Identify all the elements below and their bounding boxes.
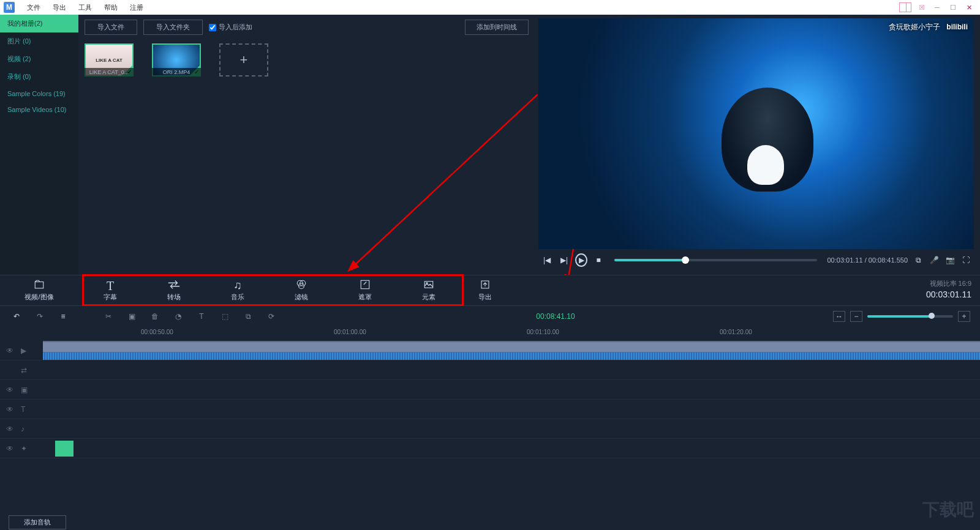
- tab-media[interactable]: 视频/图像: [0, 275, 78, 305]
- ruler-mark: 00:01:10.00: [527, 329, 559, 335]
- player-controls: |◀ ▶| ▶ ■ 00:03:01.11 / 00:08:41.550 ⧉ 🎤…: [538, 249, 974, 271]
- sidebar-item-videos[interactable]: 视频 (2): [0, 50, 78, 68]
- media-library: 导入文件 导入文件夹 导入后添加 添加到时间线 LIKE A CAT✓ LIKE…: [78, 15, 535, 275]
- visibility-icon[interactable]: 👁: [6, 425, 15, 433]
- add-after-import-label: 导入后添加: [219, 23, 252, 32]
- video-track-icon: ▶: [21, 346, 29, 355]
- maximize-button[interactable]: ☐: [946, 1, 960, 13]
- text-track-icon: T: [21, 405, 29, 414]
- import-folder-button[interactable]: 导入文件夹: [143, 20, 203, 35]
- zoom-in-button[interactable]: +: [958, 311, 970, 322]
- menubar: M 文件 导出 工具 帮助 注册 ☒ ─ ☐ ✕: [0, 0, 980, 15]
- playback-time: 00:03:01.11 / 00:08:41.550: [827, 256, 908, 264]
- transition-track-icon: ⇄: [21, 366, 29, 375]
- speed-icon[interactable]: ◔: [172, 310, 185, 323]
- timeline-tracks: 👁▶ ⇄ 👁▣ 👁T 👁♪ 👁✦: [0, 341, 980, 513]
- thumb-overlay: LIKE A CAT: [96, 58, 123, 63]
- visibility-icon[interactable]: 👁: [6, 386, 15, 394]
- timeline-panel: ↶ ↷ ≡ ✂ ▣ 🗑 ◔ T ⬚ ⧉ ⟳ 00:08:41.10 ↔ − + …: [0, 305, 980, 530]
- text-track[interactable]: 👁T: [0, 400, 980, 419]
- tools-tabs: 视频/图像 T 字幕 转场 ♫ 音乐 滤镜 遮罩 元素 导出: [0, 275, 980, 305]
- crop-icon[interactable]: ▣: [125, 310, 138, 323]
- timeline-clip[interactable]: [55, 441, 74, 457]
- add-to-timeline-button[interactable]: 添加到时间线: [465, 20, 529, 35]
- visibility-icon[interactable]: 👁: [6, 444, 15, 453]
- app-logo: M: [4, 2, 15, 13]
- overlay-track-icon: ▣: [21, 386, 29, 394]
- svg-line-0: [354, 94, 538, 266]
- aspect-ratio-info: 视频比率 16:9 00:03:01.11: [918, 275, 980, 305]
- fit-zoom-button[interactable]: ↔: [833, 311, 845, 322]
- media-thumb-2[interactable]: ✓ ORI 2.MP4: [152, 43, 201, 77]
- edit-icon[interactable]: ☒: [919, 4, 925, 12]
- thumb-name: ORI 2.MP4: [152, 68, 201, 77]
- tab-export[interactable]: 导出: [461, 275, 510, 305]
- cut-icon[interactable]: ✂: [102, 310, 115, 323]
- visibility-icon[interactable]: 👁: [6, 405, 15, 414]
- sidebar-item-colors[interactable]: Sample Colors (19): [0, 86, 78, 102]
- next-frame-button[interactable]: ▶|: [558, 254, 570, 266]
- preview-watermark-2: bilibili: [946, 23, 968, 31]
- text-icon[interactable]: T: [195, 310, 208, 323]
- timeline-ruler[interactable]: 00:00:50.00 00:01:00.00 00:01:10.00 00:0…: [0, 326, 980, 341]
- menu-file[interactable]: 文件: [21, 1, 47, 15]
- zoom-out-button[interactable]: −: [850, 311, 862, 322]
- preview-watermark-1: 贪玩歌姬小宁子 bilibili: [889, 22, 968, 32]
- prev-frame-button[interactable]: |◀: [541, 254, 553, 266]
- menu-help[interactable]: 帮助: [98, 1, 124, 15]
- music-track-icon: ♪: [21, 425, 29, 433]
- sidebar: 我的相册(2) 图片 (0) 视频 (2) 录制 (0) Sample Colo…: [0, 15, 78, 275]
- menu-register[interactable]: 注册: [124, 1, 149, 15]
- crop2-icon[interactable]: ⬚: [218, 310, 232, 323]
- layout-icon[interactable]: [899, 2, 911, 12]
- media-thumb-1[interactable]: LIKE A CAT✓ LIKE A CAT_0...: [85, 43, 134, 77]
- play-button[interactable]: ▶: [575, 254, 587, 266]
- import-file-button[interactable]: 导入文件: [85, 20, 137, 35]
- visibility-icon[interactable]: 👁: [6, 346, 15, 355]
- thumb-name: LIKE A CAT_0...: [85, 68, 134, 77]
- mic-icon[interactable]: 🎤: [929, 255, 940, 266]
- preview-panel: 贪玩歌姬小宁子 bilibili |◀ ▶| ▶ ■ 00:03:01.11 /…: [535, 15, 980, 275]
- element-track-icon: ✦: [21, 444, 29, 453]
- sidebar-item-images[interactable]: 图片 (0): [0, 32, 78, 50]
- menu-export[interactable]: 导出: [47, 1, 72, 15]
- rotate-icon[interactable]: ⟳: [265, 310, 278, 323]
- delete-icon[interactable]: 🗑: [148, 310, 162, 323]
- video-track[interactable]: 👁▶: [0, 341, 980, 360]
- copy-icon[interactable]: ⧉: [241, 310, 255, 323]
- ruler-mark: 00:01:20.00: [720, 329, 752, 335]
- ruler-mark: 00:00:50.00: [141, 329, 173, 335]
- menu-tools[interactable]: 工具: [72, 1, 98, 15]
- close-button[interactable]: ✕: [962, 1, 976, 13]
- aspect-label: 视频比率 16:9: [926, 279, 971, 288]
- redo-button[interactable]: ↷: [33, 310, 47, 323]
- stop-button[interactable]: ■: [592, 254, 605, 266]
- add-after-import-checkbox[interactable]: 导入后添加: [209, 23, 252, 32]
- music-track[interactable]: 👁♪: [0, 419, 980, 439]
- timeline-toolbar: ↶ ↷ ≡ ✂ ▣ 🗑 ◔ T ⬚ ⧉ ⟳ 00:08:41.10 ↔ − +: [0, 305, 980, 326]
- element-track[interactable]: 👁✦: [0, 439, 980, 458]
- transition-track[interactable]: ⇄: [0, 360, 980, 380]
- sidebar-item-record[interactable]: 录制 (0): [0, 68, 78, 86]
- settings-icon[interactable]: ≡: [56, 310, 70, 323]
- duration-label: 00:03:01.11: [926, 289, 971, 299]
- add-after-import-input[interactable]: [209, 24, 216, 31]
- minimize-button[interactable]: ─: [930, 1, 944, 13]
- playhead-time: 00:08:41.10: [536, 312, 575, 321]
- snapshot-icon[interactable]: 📷: [944, 255, 956, 266]
- undo-button[interactable]: ↶: [10, 310, 23, 323]
- pip-icon[interactable]: ⧉: [913, 255, 924, 266]
- fullscreen-icon[interactable]: ⛶: [960, 255, 971, 266]
- page-watermark: 下载吧: [922, 498, 974, 521]
- playback-slider[interactable]: [614, 259, 817, 261]
- overlay-track[interactable]: 👁▣: [0, 380, 980, 400]
- svg-rect-2: [35, 282, 43, 289]
- add-audio-track-button[interactable]: 添加音轨: [9, 515, 66, 529]
- tab-label: 视频/图像: [24, 293, 53, 302]
- preview-video[interactable]: 贪玩歌姬小宁子 bilibili: [538, 18, 974, 249]
- sidebar-item-album[interactable]: 我的相册(2): [0, 15, 78, 32]
- tab-label: 导出: [478, 293, 492, 302]
- zoom-slider[interactable]: [867, 315, 953, 318]
- sidebar-item-sample-videos[interactable]: Sample Videos (10): [0, 102, 78, 118]
- add-media-button[interactable]: +: [219, 43, 268, 77]
